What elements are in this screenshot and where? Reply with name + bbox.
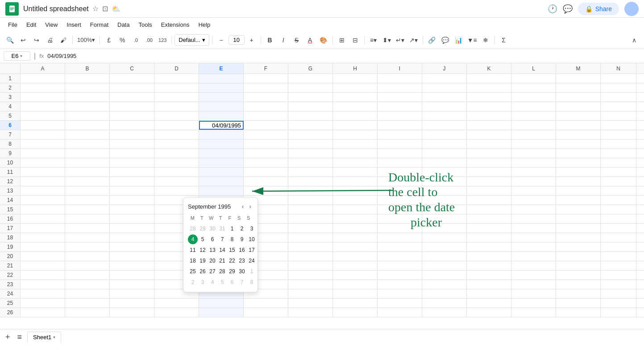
cell-f1[interactable]	[244, 74, 288, 83]
borders-btn[interactable]: ⊞	[336, 34, 348, 46]
cell-k20[interactable]	[467, 252, 511, 261]
cell-e5[interactable]	[199, 111, 244, 120]
italic-btn[interactable]: I	[277, 34, 290, 46]
cell-b20[interactable]	[65, 252, 110, 261]
cell-l6[interactable]	[511, 121, 556, 130]
cell-b21[interactable]	[65, 261, 110, 270]
cell-a11[interactable]	[21, 168, 65, 177]
cell-g19[interactable]	[288, 242, 333, 251]
menu-format[interactable]: Format	[86, 20, 113, 30]
bold-btn[interactable]: B	[264, 34, 276, 46]
cell-k19[interactable]	[467, 242, 511, 251]
cell-i1[interactable]	[378, 74, 422, 83]
cell-a18[interactable]	[21, 233, 65, 242]
cell-j2[interactable]	[422, 83, 467, 92]
cell-a23[interactable]	[21, 280, 65, 289]
cell-h21[interactable]	[333, 261, 378, 270]
cell-i3[interactable]	[378, 93, 422, 102]
cell-b7[interactable]	[65, 130, 110, 139]
cell-n15[interactable]	[601, 205, 636, 214]
cell-h26[interactable]	[333, 308, 378, 317]
dp-day[interactable]: 8	[227, 234, 237, 244]
cell-g18[interactable]	[288, 233, 333, 242]
cell-a22[interactable]	[21, 271, 65, 279]
col-header-c[interactable]: C	[110, 63, 154, 74]
cell-g15[interactable]	[288, 205, 333, 214]
cell-g23[interactable]	[288, 280, 333, 289]
cell-m11[interactable]	[556, 168, 601, 177]
cell-l22[interactable]	[511, 271, 556, 279]
cell-f26[interactable]	[244, 308, 288, 317]
cell-n21[interactable]	[601, 261, 636, 270]
cell-i16[interactable]	[378, 214, 422, 223]
cell-a1[interactable]	[21, 74, 65, 83]
cell-f10[interactable]	[244, 158, 288, 167]
row-num-1[interactable]: 1	[0, 74, 21, 83]
cell-k22[interactable]	[467, 271, 511, 279]
paint-format-btn[interactable]: 🖌	[57, 34, 70, 46]
cell-i24[interactable]	[378, 289, 422, 298]
cell-i9[interactable]	[378, 149, 422, 158]
cell-l16[interactable]	[511, 214, 556, 223]
cell-m16[interactable]	[556, 214, 601, 223]
cell-b14[interactable]	[65, 196, 110, 205]
cell-m18[interactable]	[556, 233, 601, 242]
cell-g16[interactable]	[288, 214, 333, 223]
cell-k10[interactable]	[467, 158, 511, 167]
dp-day[interactable]: 16	[237, 245, 247, 255]
align-btn[interactable]: ≡▾	[367, 34, 380, 46]
merge-btn[interactable]: ⊟	[349, 34, 361, 46]
cell-i10[interactable]	[378, 158, 422, 167]
cell-m21[interactable]	[556, 261, 601, 270]
undo-btn[interactable]: ↩	[17, 34, 29, 46]
cell-e3[interactable]	[199, 93, 244, 102]
function-btn[interactable]: Σ	[498, 34, 510, 46]
cell-n20[interactable]	[601, 252, 636, 261]
cell-g17[interactable]	[288, 224, 333, 233]
cell-k2[interactable]	[467, 83, 511, 92]
cell-h15[interactable]	[333, 205, 378, 214]
cell-a4[interactable]	[21, 102, 65, 111]
row-num-9[interactable]: 9	[0, 149, 21, 158]
cell-c3[interactable]	[110, 93, 154, 102]
cell-b18[interactable]	[65, 233, 110, 242]
cell-k6[interactable]	[467, 121, 511, 130]
cell-m3[interactable]	[556, 93, 601, 102]
cell-n7[interactable]	[601, 130, 636, 139]
cell-k25[interactable]	[467, 299, 511, 308]
row-num-17[interactable]: 17	[0, 224, 21, 233]
zoom-selector[interactable]: 100% ▾	[75, 37, 97, 43]
cell-a25[interactable]	[21, 299, 65, 308]
row-num-3[interactable]: 3	[0, 93, 21, 102]
cell-f9[interactable]	[244, 149, 288, 158]
cell-n1[interactable]	[601, 74, 636, 83]
col-header-n[interactable]: N	[601, 63, 636, 74]
cell-f12[interactable]	[244, 177, 288, 186]
cell-m13[interactable]	[556, 186, 601, 195]
cell-a15[interactable]	[21, 205, 65, 214]
row-num-26[interactable]: 26	[0, 308, 21, 317]
cell-g21[interactable]	[288, 261, 333, 270]
col-header-g[interactable]: G	[288, 63, 333, 74]
cell-h4[interactable]	[333, 102, 378, 111]
cell-c19[interactable]	[110, 242, 154, 251]
cell-a13[interactable]	[21, 186, 65, 195]
cell-n9[interactable]	[601, 149, 636, 158]
cell-m12[interactable]	[556, 177, 601, 186]
filter-btn[interactable]: ▼≡	[466, 34, 478, 46]
cell-h18[interactable]	[333, 233, 378, 242]
cell-c6[interactable]	[110, 121, 154, 130]
decimal-inc-btn[interactable]: .00	[143, 34, 155, 46]
cell-k3[interactable]	[467, 93, 511, 102]
row-num-19[interactable]: 19	[0, 242, 21, 251]
dp-day[interactable]: 2	[188, 277, 198, 287]
cell-a8[interactable]	[21, 140, 65, 148]
dp-day[interactable]: 5	[198, 234, 208, 244]
cell-j24[interactable]	[422, 289, 467, 298]
row-num-25[interactable]: 25	[0, 299, 21, 308]
cell-a20[interactable]	[21, 252, 65, 261]
cell-e6[interactable]: 04/09/1995	[199, 121, 244, 130]
cell-n3[interactable]	[601, 93, 636, 102]
cell-d4[interactable]	[154, 102, 199, 111]
cell-j26[interactable]	[422, 308, 467, 317]
